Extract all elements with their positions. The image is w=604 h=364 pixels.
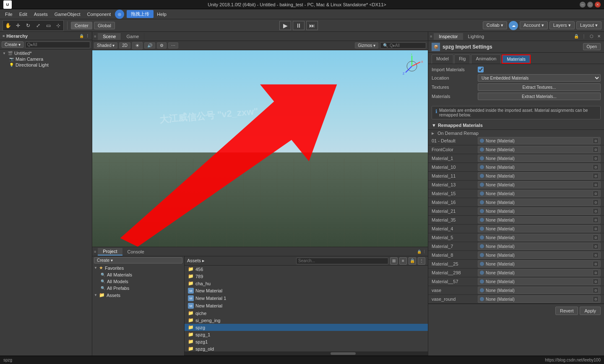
material-select-btn[interactable]: ⊙ <box>593 155 599 161</box>
asset-spzg1[interactable]: 📁 spzg1 <box>185 338 428 345</box>
material-field[interactable]: None (Material) ⊙ <box>478 163 601 171</box>
asset-789[interactable]: 📁 789 <box>185 273 428 280</box>
apply-button[interactable]: Apply <box>580 307 601 315</box>
material-select-btn[interactable]: ⊙ <box>593 173 599 179</box>
tab-lighting[interactable]: Lighting <box>463 33 489 40</box>
layout-button[interactable]: Layout ▾ <box>576 21 601 29</box>
material-select-btn[interactable]: ⊙ <box>593 199 599 205</box>
create-button[interactable]: Create ▾ <box>2 41 23 48</box>
inspector-close-icon[interactable]: ✕ <box>596 33 602 40</box>
assets-search-input[interactable] <box>296 258 388 264</box>
asset-si-peng[interactable]: 📁 si_peng_ing <box>185 317 428 324</box>
center-toggle[interactable]: Center <box>71 22 92 29</box>
extract-textures-button[interactable]: Extract Textures... <box>478 83 601 91</box>
favorites-folder[interactable]: ▼ ★ Favorites <box>92 264 184 271</box>
menu-component[interactable]: Component <box>83 11 114 18</box>
assets-sort-btn[interactable]: ≡ <box>399 257 407 265</box>
extract-materials-button[interactable]: Extract Materials... <box>478 93 601 100</box>
inspector-more-icon[interactable]: ⋮ <box>581 33 587 40</box>
audio-toggle[interactable]: 🔊 <box>144 42 155 49</box>
location-dropdown[interactable]: Use Embedded Materials <box>478 74 601 82</box>
asset-new-material-2[interactable]: M New Material <box>185 302 428 310</box>
asset-spzg-1[interactable]: 📁 spzg_1 <box>185 331 428 338</box>
hand-tool[interactable]: ✋ <box>3 21 13 30</box>
inspector-lock-icon[interactable]: 🔒 <box>573 33 580 40</box>
tab-model[interactable]: Model <box>432 54 453 64</box>
hierarchy-item-camera[interactable]: 📷 Main Camera <box>8 56 91 62</box>
upload-button[interactable]: 拖拽上传 <box>127 10 154 18</box>
scene-more[interactable]: ⋯ <box>168 42 178 49</box>
material-select-btn[interactable]: ⊙ <box>593 191 599 196</box>
asset-qiche[interactable]: 📁 qiche <box>185 310 428 317</box>
material-field[interactable]: None (Material) ⊙ <box>478 234 601 241</box>
fx-toggle[interactable]: ⚙ <box>157 42 167 49</box>
assets-more-btn[interactable]: ⋮ <box>418 257 425 265</box>
material-field[interactable]: None (Material) ⊙ <box>478 137 601 145</box>
twod-toggle[interactable]: 2D <box>119 42 130 49</box>
tab-project[interactable]: Project <box>98 248 122 256</box>
hierarchy-item-untitled[interactable]: ▼ 🎬 Untitled* <box>1 50 91 56</box>
menu-file[interactable]: File <box>2 11 16 18</box>
material-field[interactable]: None (Material) ⊙ <box>478 278 601 285</box>
menu-gameobject[interactable]: GameObject <box>51 11 84 18</box>
shaded-dropdown[interactable]: Shaded ▾ <box>94 42 117 49</box>
material-select-btn[interactable]: ⊙ <box>593 279 599 284</box>
material-select-btn[interactable]: ⊙ <box>593 252 599 258</box>
open-button[interactable]: Open <box>583 43 601 50</box>
material-select-btn[interactable]: ⊙ <box>593 296 599 302</box>
asset-cha-hu[interactable]: 📁 cha_hu <box>185 280 428 287</box>
all-materials-item[interactable]: 🔍 All Materials <box>99 271 184 278</box>
maximize-button[interactable]: □ <box>587 2 593 8</box>
menu-assets[interactable]: Assets <box>31 11 51 18</box>
scale-tool[interactable]: ⤢ <box>34 21 43 30</box>
rotate-tool[interactable]: ↻ <box>23 21 33 30</box>
material-select-btn[interactable]: ⊙ <box>593 217 599 223</box>
asset-spzg[interactable]: 📁 spzg <box>185 324 428 331</box>
material-select-btn[interactable]: ⊙ <box>593 270 599 276</box>
material-field[interactable]: None (Material) ⊙ <box>478 155 601 162</box>
import-materials-checkbox[interactable] <box>478 67 484 72</box>
tab-materials[interactable]: Materials <box>502 54 531 64</box>
material-field[interactable]: None (Material) ⊙ <box>478 251 601 259</box>
tab-console[interactable]: Console <box>122 248 149 255</box>
step-button[interactable]: ⏭ <box>306 21 318 30</box>
material-select-btn[interactable]: ⊙ <box>593 147 599 152</box>
assets-filter-btn[interactable]: ⊞ <box>390 257 398 265</box>
gizmos-dropdown[interactable]: Gizmos ▾ <box>355 42 378 49</box>
material-field[interactable]: None (Material) ⊙ <box>478 216 601 224</box>
asset-spzg-old[interactable]: 📁 spzg_old <box>185 345 428 351</box>
all-prefabs-item[interactable]: 🔍 All Prefabs <box>99 285 184 292</box>
scene-search-input[interactable] <box>390 43 423 48</box>
material-field[interactable]: None (Material) ⊙ <box>478 172 601 180</box>
transform-tool[interactable]: ⊹ <box>54 21 63 30</box>
material-field[interactable]: None (Material) ⊙ <box>478 243 601 250</box>
material-field[interactable]: None (Material) ⊙ <box>478 199 601 206</box>
material-field[interactable]: None (Material) ⊙ <box>478 287 601 294</box>
collab-button[interactable]: Collab ▾ <box>483 21 507 29</box>
inspector-popout-icon[interactable]: ⬡ <box>588 33 595 40</box>
lighting-toggle[interactable]: ☀ <box>132 42 143 49</box>
material-field[interactable]: None (Material) ⊙ <box>478 181 601 188</box>
tab-rig[interactable]: Rig <box>454 54 471 64</box>
material-field[interactable]: None (Material) ⊙ <box>478 225 601 232</box>
tab-game[interactable]: Game <box>121 33 144 40</box>
all-models-item[interactable]: 🔍 All Models <box>99 278 184 285</box>
asset-456[interactable]: 📁 456 <box>185 266 428 273</box>
tab-inspector[interactable]: Inspector <box>434 33 463 40</box>
play-button[interactable]: ▶ <box>279 21 291 30</box>
material-field[interactable]: None (Material) ⊙ <box>478 269 601 276</box>
material-select-btn[interactable]: ⊙ <box>593 226 599 232</box>
material-select-btn[interactable]: ⊙ <box>593 261 599 267</box>
material-field[interactable]: None (Material) ⊙ <box>478 190 601 197</box>
global-toggle[interactable]: Global <box>94 22 115 29</box>
material-select-btn[interactable]: ⊙ <box>593 138 599 144</box>
material-select-btn[interactable]: ⊙ <box>593 182 599 188</box>
hierarchy-item-light[interactable]: 💡 Directional Light <box>8 62 91 68</box>
assets-root-folder[interactable]: ▼ 📁 Assets <box>92 292 184 299</box>
revert-button[interactable]: Revert <box>555 307 578 315</box>
material-select-btn[interactable]: ⊙ <box>593 235 599 240</box>
material-field[interactable]: None (Material) ⊙ <box>478 295 601 303</box>
asset-new-material[interactable]: M New Material <box>185 287 428 294</box>
material-select-btn[interactable]: ⊙ <box>593 164 599 170</box>
account-button[interactable]: Account ▾ <box>520 21 548 29</box>
